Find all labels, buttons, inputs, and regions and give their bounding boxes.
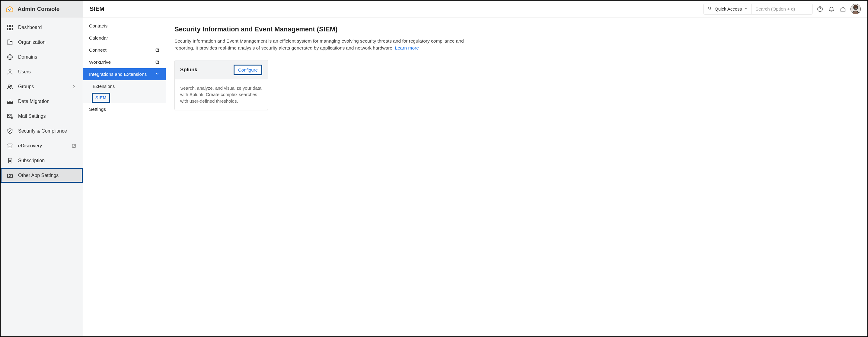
search-icon	[707, 6, 712, 12]
chevron-right-icon	[71, 84, 77, 89]
configure-button[interactable]: Configure	[234, 65, 262, 75]
subnav-label: Integrations and Extensions	[89, 71, 147, 77]
nav-label: Domains	[18, 54, 77, 60]
content-area: SIEM Quick Access Contacts Calendar	[83, 1, 867, 336]
quick-access-button[interactable]: Quick Access	[704, 4, 752, 14]
quick-access-label: Quick Access	[715, 6, 742, 11]
subnav-sublist: Extensions SIEM	[83, 80, 166, 103]
app-logo-icon	[5, 5, 14, 13]
nav-item-groups[interactable]: Groups	[1, 79, 83, 94]
nav-label: Mail Settings	[18, 114, 77, 119]
search-input[interactable]	[752, 4, 812, 14]
nav-label: Users	[18, 69, 77, 74]
dashboard-icon	[7, 24, 13, 31]
quick-access-search: Quick Access	[704, 4, 812, 14]
nav-item-dashboard[interactable]: Dashboard	[1, 20, 83, 35]
chevron-down-icon	[155, 71, 160, 77]
nav-label: Subscription	[18, 158, 77, 163]
user-avatar[interactable]	[850, 4, 861, 14]
svg-rect-4	[8, 39, 10, 45]
nav-label: Other App Settings	[18, 173, 77, 178]
subnav-item-calendar[interactable]: Calendar	[83, 32, 166, 44]
svg-rect-2	[7, 28, 9, 30]
topbar: SIEM Quick Access	[83, 1, 867, 18]
nav-label: Dashboard	[18, 25, 77, 30]
page-title: SIEM	[90, 5, 700, 12]
subnav-label: Connect	[89, 48, 106, 53]
card-header: Splunk Configure	[175, 60, 268, 80]
nav-item-security-compliance[interactable]: Security & Compliance	[1, 123, 83, 138]
detail-panel: Security Information and Event Managemen…	[166, 18, 867, 336]
svg-marker-26	[745, 8, 747, 10]
building-icon	[7, 39, 13, 45]
svg-rect-3	[10, 28, 12, 30]
nav-item-users[interactable]: Users	[1, 64, 83, 79]
home-icon[interactable]	[839, 5, 847, 13]
sidebar-header: Admin Console	[1, 1, 83, 18]
archive-icon	[7, 143, 13, 149]
card-title: Splunk	[180, 67, 197, 73]
mail-gear-icon	[7, 113, 13, 120]
subnav-label: SIEM	[93, 94, 109, 102]
svg-point-14	[10, 85, 12, 87]
subnav-item-settings[interactable]: Settings	[83, 103, 166, 115]
inbox-down-icon	[7, 98, 13, 105]
primary-nav: Dashboard Organization Domains Users Gro…	[1, 18, 83, 336]
nav-item-organization[interactable]: Organization	[1, 35, 83, 50]
nav-item-data-migration[interactable]: Data Migration	[1, 94, 83, 109]
subnav-sub-extensions[interactable]: Extensions	[83, 80, 166, 92]
svg-point-28	[820, 10, 820, 10]
svg-point-23	[10, 176, 11, 177]
app-title: Admin Console	[18, 6, 59, 12]
nav-label: Organization	[18, 39, 77, 45]
user-icon	[7, 68, 13, 75]
nav-label: Groups	[18, 84, 66, 89]
shield-icon	[7, 128, 13, 134]
main-area: Contacts Calendar Connect WorkDrive Inte…	[83, 18, 867, 336]
detail-description: Security Information and Event Managemen…	[175, 37, 470, 52]
nav-item-subscription[interactable]: Subscription	[1, 153, 83, 168]
folder-gear-icon	[7, 172, 13, 179]
document-icon	[7, 157, 13, 164]
nav-item-domains[interactable]: Domains	[1, 50, 83, 64]
subnav-label: WorkDrive	[89, 60, 111, 65]
subnav-item-connect[interactable]: Connect	[83, 44, 166, 56]
subnav-sub-siem[interactable]: SIEM	[83, 92, 166, 103]
bell-icon[interactable]	[828, 5, 835, 13]
subnav-item-contacts[interactable]: Contacts	[83, 20, 166, 32]
subnav-label: Contacts	[89, 23, 107, 29]
subnav-label: Extensions	[93, 84, 115, 89]
external-link-icon	[71, 143, 77, 149]
svg-rect-1	[10, 25, 12, 27]
subnav-item-integrations[interactable]: Integrations and Extensions	[83, 68, 166, 80]
svg-rect-5	[10, 41, 12, 45]
detail-heading: Security Information and Event Managemen…	[175, 25, 859, 33]
integration-card-splunk: Splunk Configure Search, analyze, and vi…	[175, 60, 268, 110]
subnav-label: Calendar	[89, 35, 108, 41]
svg-rect-0	[7, 25, 9, 27]
subnav-item-workdrive[interactable]: WorkDrive	[83, 56, 166, 68]
learn-more-link[interactable]: Learn more	[395, 45, 419, 51]
nav-label: Security & Compliance	[18, 128, 77, 134]
group-icon	[7, 83, 13, 90]
nav-item-ediscovery[interactable]: eDiscovery	[1, 138, 83, 153]
secondary-nav: Contacts Calendar Connect WorkDrive Inte…	[83, 18, 166, 336]
help-icon[interactable]	[816, 5, 824, 13]
caret-down-icon	[744, 6, 748, 11]
svg-point-12	[9, 69, 11, 71]
nav-item-mail-settings[interactable]: Mail Settings	[1, 109, 83, 123]
svg-point-24	[708, 7, 711, 9]
external-link-icon	[155, 60, 160, 65]
nav-item-other-app-settings[interactable]: Other App Settings	[1, 168, 83, 183]
globe-icon	[7, 54, 13, 60]
svg-line-25	[710, 9, 711, 10]
svg-point-13	[8, 85, 10, 87]
nav-label: eDiscovery	[18, 143, 66, 149]
external-link-icon	[155, 48, 160, 53]
svg-rect-18	[8, 145, 12, 148]
primary-sidebar: Admin Console Dashboard Organization Dom…	[1, 1, 83, 336]
card-body: Search, analyze, and visualize your data…	[175, 80, 268, 110]
nav-label: Data Migration	[18, 99, 77, 104]
subnav-label: Settings	[89, 106, 106, 112]
